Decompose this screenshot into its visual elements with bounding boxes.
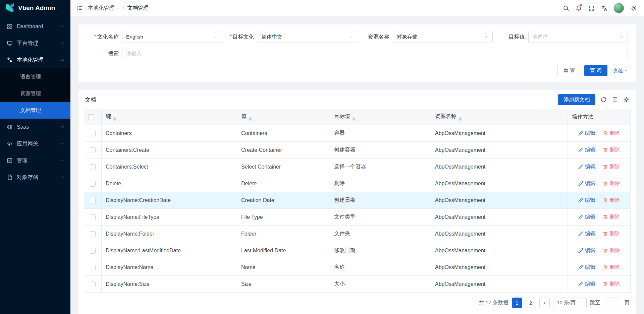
edit-button[interactable]: 编辑 — [578, 146, 595, 153]
column-settings-gear-icon[interactable] — [623, 97, 630, 103]
cell-value: Name — [237, 259, 330, 276]
sidebar-item-label: 平台管理 — [17, 40, 38, 47]
add-document-button[interactable]: 添加新文档 — [558, 94, 596, 105]
edit-button[interactable]: 编辑 — [578, 213, 595, 221]
sidebar-item-admin[interactable]: 管理 — [0, 152, 70, 169]
delete-button[interactable]: 删除 — [603, 163, 620, 170]
jump-page-input[interactable] — [604, 298, 621, 308]
edit-button[interactable]: 编辑 — [578, 163, 595, 170]
edit-button[interactable]: 编辑 — [578, 230, 595, 237]
app-logo-icon — [5, 3, 15, 13]
delete-button[interactable]: 删除 — [603, 247, 620, 254]
column-header-value[interactable]: 值 — [237, 109, 330, 125]
search-input[interactable] — [122, 48, 628, 59]
edit-button[interactable]: 编辑 — [578, 247, 595, 254]
delete-button[interactable]: 删除 — [603, 280, 620, 288]
field-label: *目标文化 — [222, 34, 254, 41]
app-logo[interactable]: Vben Admin — [0, 0, 70, 16]
page-button-1[interactable]: 1 — [512, 298, 522, 308]
table-tools: 添加新文档 — [558, 94, 630, 105]
column-header-key[interactable]: 键 — [102, 109, 237, 125]
edit-button[interactable]: 编辑 — [578, 197, 595, 204]
menu-fold-button[interactable] — [74, 0, 86, 16]
row-checkbox[interactable] — [90, 164, 96, 170]
breadcrumb-parent[interactable]: 本地化管理 — [88, 5, 120, 12]
notifications-button[interactable] — [572, 0, 585, 16]
search-button[interactable] — [559, 0, 572, 16]
select-value: 简体中文 — [262, 34, 349, 41]
delete-button[interactable]: 删除 — [603, 146, 620, 153]
page-size-select[interactable]: 10 条/页 — [553, 298, 587, 308]
row-checkbox[interactable] — [90, 248, 96, 254]
menu-fold-icon — [77, 5, 83, 11]
delete-button[interactable]: 删除 — [603, 264, 620, 271]
cell-empty — [536, 209, 568, 226]
delete-button[interactable]: 删除 — [603, 180, 620, 187]
target-culture-select[interactable]: 简体中文 — [258, 31, 358, 43]
row-checkbox[interactable] — [90, 147, 96, 153]
row-height-icon[interactable] — [612, 97, 618, 103]
sidebar-item-label: 语言管理 — [20, 73, 41, 80]
chevron-down-icon — [60, 24, 64, 28]
chevron-right-icon — [542, 301, 547, 305]
cell-resource: AbpOssManagement — [431, 276, 536, 293]
row-checkbox[interactable] — [90, 281, 96, 287]
sidebar-item-dashboard[interactable]: Dashboard — [0, 18, 70, 35]
row-checkbox[interactable] — [90, 231, 96, 237]
sidebar-item-label: Dashboard — [17, 23, 43, 29]
delete-button[interactable]: 删除 — [603, 197, 620, 204]
app-title: Vben Admin — [18, 4, 55, 12]
sidebar-item-object-storage[interactable]: 对象存储 — [0, 169, 70, 186]
row-checkbox[interactable] — [90, 265, 96, 270]
pencil-icon — [578, 281, 583, 287]
required-mark: * — [229, 34, 231, 40]
breadcrumb-parent-label: 本地化管理 — [88, 5, 115, 12]
cell-value: Create Container — [237, 142, 330, 159]
collapse-toggle[interactable]: 收起 — [612, 67, 628, 74]
row-checkbox[interactable] — [90, 198, 96, 203]
cell-empty — [536, 242, 568, 259]
row-checkbox[interactable] — [90, 214, 96, 220]
sidebar-item-document-management[interactable]: 文档管理 — [0, 102, 70, 119]
fullscreen-button[interactable] — [585, 0, 598, 16]
column-header-target[interactable]: 目标值 — [330, 109, 431, 125]
sidebar-item-resource-management[interactable]: 资源管理 — [0, 85, 70, 102]
search-icon — [563, 5, 569, 11]
select-all-checkbox[interactable] — [88, 114, 94, 120]
language-switch-button[interactable] — [598, 0, 610, 16]
filter-panel: *文化名称 English *目标文化 简体中文 — [78, 24, 636, 82]
chevron-up-icon — [624, 69, 628, 73]
culture-name-select[interactable]: English — [122, 31, 222, 43]
column-header-resource[interactable]: 资源名称 — [431, 109, 536, 125]
trash-icon — [603, 181, 608, 186]
sidebar-item-platform[interactable]: 平台管理 — [0, 35, 70, 52]
filter-field-target-value: 目标值 请选择 — [493, 31, 628, 43]
reset-button[interactable]: 重 置 — [557, 65, 581, 76]
page-button-2[interactable]: 2 — [526, 298, 536, 308]
resource-name-select[interactable]: 对象存储 — [393, 31, 493, 43]
next-page-button[interactable] — [539, 298, 550, 308]
settings-button[interactable] — [627, 0, 640, 16]
sidebar-item-language-management[interactable]: 语言管理 — [0, 68, 70, 85]
delete-button[interactable]: 删除 — [603, 230, 620, 237]
table-row: Containers:Create Create Container 创建容器 … — [84, 142, 631, 159]
row-checkbox[interactable] — [90, 181, 96, 187]
target-value-select[interactable]: 请选择 — [528, 31, 628, 43]
gateway-icon — [7, 141, 13, 147]
query-button[interactable]: 查 询 — [584, 65, 607, 76]
sidebar-item-saas[interactable]: Saas — [0, 119, 70, 135]
sidebar-item-localization[interactable]: 本地化管理 — [0, 52, 70, 68]
edit-button[interactable]: 编辑 — [578, 280, 595, 288]
delete-button[interactable]: 删除 — [603, 130, 620, 137]
edit-button[interactable]: 编辑 — [578, 264, 595, 271]
sidebar-item-gateway[interactable]: 应用网关 — [0, 135, 70, 152]
chevron-down-icon — [60, 41, 64, 45]
refresh-icon[interactable] — [600, 97, 607, 103]
row-checkbox[interactable] — [90, 131, 96, 136]
edit-button[interactable]: 编辑 — [578, 180, 595, 187]
cell-target: 修改日期 — [330, 242, 431, 259]
delete-button[interactable]: 删除 — [603, 213, 620, 221]
user-avatar[interactable] — [614, 3, 624, 13]
edit-button[interactable]: 编辑 — [578, 130, 595, 137]
top-header: 本地化管理 / 文档管理 — [70, 0, 644, 16]
